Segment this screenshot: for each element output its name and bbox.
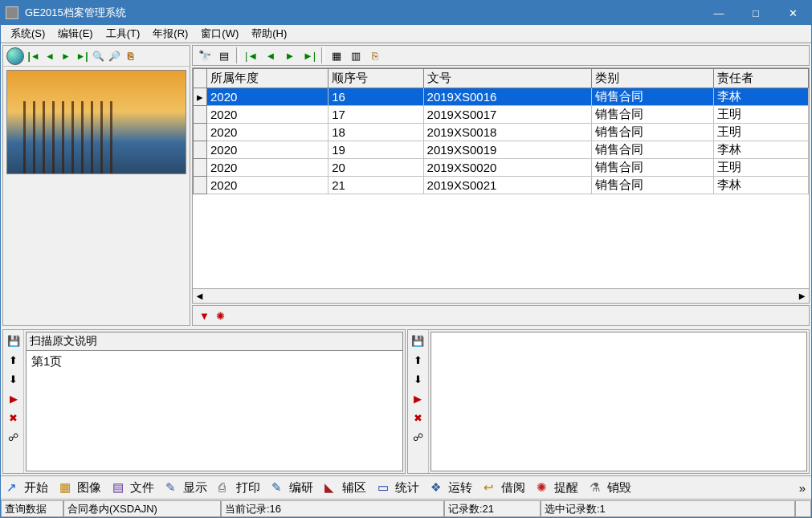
up-arrow-icon[interactable]: ⬆ xyxy=(6,353,21,367)
cell-year[interactable]: 2020 xyxy=(207,177,328,194)
action-开始[interactable]: ↗开始 xyxy=(1,477,54,498)
cell-type[interactable]: 销售合同 xyxy=(592,124,713,141)
cell-seq[interactable]: 18 xyxy=(328,124,423,141)
cell-doc[interactable]: 2019XS0019 xyxy=(423,141,592,159)
grid-first-icon[interactable]: |◄ xyxy=(244,48,259,63)
cell-type[interactable]: 销售合同 xyxy=(592,141,713,159)
col-4[interactable]: 责任者 xyxy=(713,69,808,88)
action-文件[interactable]: ▤文件 xyxy=(107,477,160,498)
exit-icon[interactable]: ⎘ xyxy=(124,51,137,62)
menu-edit[interactable]: 编辑(E) xyxy=(51,25,99,43)
cell-owner[interactable]: 李林 xyxy=(713,141,808,159)
table-row[interactable]: 2020212019XS0021销售合同李林 xyxy=(194,177,809,194)
columns-icon[interactable]: ▥ xyxy=(349,48,363,63)
col-1[interactable]: 顺序号 xyxy=(328,69,423,88)
col-2[interactable]: 文号 xyxy=(423,69,592,88)
grid-prev-icon[interactable]: ◄ xyxy=(263,48,278,63)
down-arrow-icon[interactable]: ⬇ xyxy=(6,372,21,386)
delete-icon[interactable]: ✖ xyxy=(6,410,21,425)
maximize-button[interactable]: □ xyxy=(737,1,774,25)
cell-owner[interactable]: 王明 xyxy=(713,106,808,124)
cell-type[interactable]: 销售合同 xyxy=(592,159,713,177)
cell-type[interactable]: 销售合同 xyxy=(592,106,713,124)
cell-doc[interactable]: 2019XS0018 xyxy=(423,124,592,141)
cell-doc[interactable]: 2019XS0017 xyxy=(423,106,592,124)
scroll-left-icon[interactable]: ◄ xyxy=(194,290,205,302)
up-arrow-icon[interactable]: ⬆ xyxy=(410,353,425,367)
action-打印[interactable]: ⎙打印 xyxy=(213,477,266,498)
cell-seq[interactable]: 16 xyxy=(328,88,423,106)
zoom-in-icon[interactable]: 🔍 xyxy=(92,51,104,62)
filter-gear-icon[interactable]: ✺ xyxy=(216,310,225,322)
save-icon[interactable]: 💾 xyxy=(410,333,425,348)
action-统计[interactable]: ▭统计 xyxy=(372,477,425,498)
menu-tools[interactable]: 工具(T) xyxy=(100,25,147,43)
image-preview[interactable] xyxy=(6,70,186,174)
grid-next-icon[interactable]: ► xyxy=(283,48,297,63)
action-销毁[interactable]: ⚗销毁 xyxy=(584,477,637,498)
play-icon[interactable]: ▶ xyxy=(6,391,21,406)
table-row[interactable]: 2020172019XS0017销售合同王明 xyxy=(194,106,809,124)
filter-funnel-icon[interactable]: ▼ xyxy=(199,310,210,322)
toolbar-overflow[interactable]: » xyxy=(794,477,811,498)
door-exit-icon[interactable]: ⎘ xyxy=(368,48,382,63)
table-row[interactable]: 2020192019XS0019销售合同李林 xyxy=(194,141,809,159)
zoom-out-icon[interactable]: 🔎 xyxy=(108,51,120,62)
cell-owner[interactable]: 李林 xyxy=(713,88,808,106)
grid-icon[interactable]: ▦ xyxy=(329,48,344,63)
nav-first-icon[interactable]: |◄ xyxy=(27,51,40,62)
cell-seq[interactable]: 19 xyxy=(328,141,423,159)
binoculars-icon[interactable]: 🔭 xyxy=(198,48,212,63)
cell-year[interactable]: 2020 xyxy=(207,141,328,159)
menu-report[interactable]: 年报(R) xyxy=(146,25,194,43)
cell-doc[interactable]: 2019XS0016 xyxy=(423,88,592,106)
table-row[interactable]: ▸2020162019XS0016销售合同李林 xyxy=(194,88,809,106)
cell-doc[interactable]: 2019XS0021 xyxy=(423,177,592,194)
action-提醒[interactable]: ✺提醒 xyxy=(531,477,584,498)
menu-help[interactable]: 帮助(H) xyxy=(245,25,293,43)
globe-icon[interactable] xyxy=(6,47,24,65)
menu-window[interactable]: 窗口(W) xyxy=(194,25,245,43)
menu-system[interactable]: 系统(S) xyxy=(4,25,51,43)
action-图像[interactable]: ▦图像 xyxy=(54,477,107,498)
table-row[interactable]: 2020202019XS0020销售合同王明 xyxy=(194,159,809,177)
action-编研[interactable]: ✎编研 xyxy=(266,477,319,498)
col-0[interactable]: 所属年度 xyxy=(207,69,328,88)
data-grid[interactable]: 所属年度顺序号文号类别责任者 ▸2020162019XS0016销售合同李林20… xyxy=(192,67,810,304)
aux-body[interactable] xyxy=(431,332,807,471)
cards-icon[interactable]: ▤ xyxy=(217,48,231,63)
down-arrow-icon[interactable]: ⬇ xyxy=(410,372,425,386)
cell-year[interactable]: 2020 xyxy=(207,88,328,106)
action-借阅[interactable]: ↩借阅 xyxy=(478,477,531,498)
scroll-right-icon[interactable]: ► xyxy=(797,290,807,302)
cell-seq[interactable]: 20 xyxy=(328,159,423,177)
delete-icon[interactable]: ✖ xyxy=(410,410,425,425)
cell-seq[interactable]: 21 xyxy=(328,177,423,194)
grid-last-icon[interactable]: ►| xyxy=(302,48,316,63)
cell-year[interactable]: 2020 xyxy=(207,124,328,141)
save-icon[interactable]: 💾 xyxy=(6,333,21,348)
close-button[interactable]: ✕ xyxy=(774,1,811,25)
cell-year[interactable]: 2020 xyxy=(207,106,328,124)
cell-type[interactable]: 销售合同 xyxy=(592,88,713,106)
nav-last-icon[interactable]: ►| xyxy=(75,51,88,62)
action-辅区[interactable]: ◣辅区 xyxy=(319,477,372,498)
scan-body[interactable]: 第1页 xyxy=(27,351,402,471)
link-icon[interactable]: ☍ xyxy=(410,430,425,444)
cell-owner[interactable]: 王明 xyxy=(713,159,808,177)
cell-owner[interactable]: 王明 xyxy=(713,124,808,141)
cell-owner[interactable]: 李林 xyxy=(713,177,808,194)
link-icon[interactable]: ☍ xyxy=(6,430,21,444)
action-显示[interactable]: ✎显示 xyxy=(160,477,213,498)
action-运转[interactable]: ❖运转 xyxy=(425,477,478,498)
nav-next-icon[interactable]: ► xyxy=(59,51,72,62)
col-3[interactable]: 类别 xyxy=(592,69,713,88)
nav-prev-icon[interactable]: ◄ xyxy=(43,51,56,62)
cell-seq[interactable]: 17 xyxy=(328,106,423,124)
table-row[interactable]: 2020182019XS0018销售合同王明 xyxy=(194,124,809,141)
grid-scrollbar[interactable]: ◄ ► xyxy=(193,288,809,303)
cell-doc[interactable]: 2019XS0020 xyxy=(423,159,592,177)
play-icon[interactable]: ▶ xyxy=(410,391,425,406)
cell-type[interactable]: 销售合同 xyxy=(592,177,713,194)
minimize-button[interactable]: — xyxy=(700,1,737,25)
